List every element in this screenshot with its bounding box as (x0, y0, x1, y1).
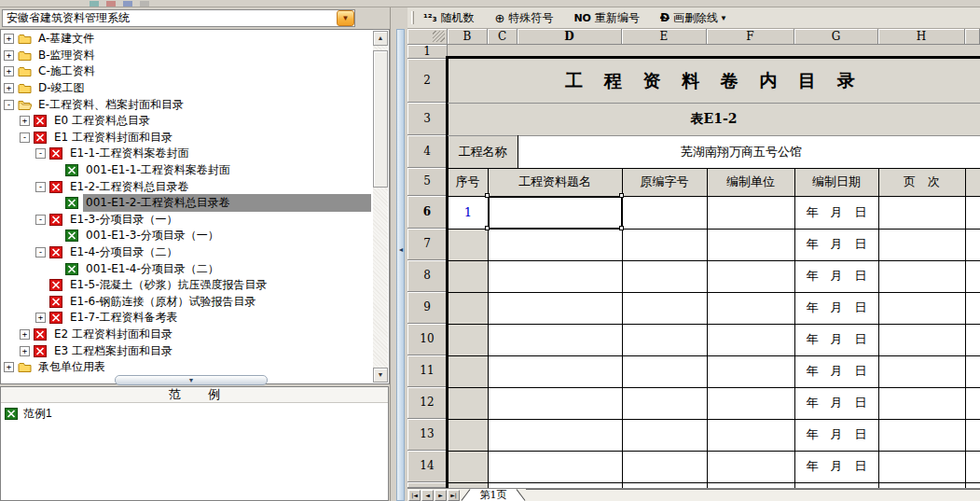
first-sheet-button[interactable]: |◄ (408, 490, 421, 501)
tree-scrollbar[interactable]: ▲ ▼ (373, 31, 388, 383)
tree-item[interactable]: +D-竣工图 (1, 80, 373, 97)
strikeline-button[interactable]: Đ 画删除线 ▼ (656, 8, 731, 27)
row-header-13[interactable]: 13 (407, 419, 448, 451)
tree-item-selected[interactable]: 001-E1-2-工程资料总目录卷 (1, 195, 373, 212)
combobox-dropdown-button[interactable]: ▼ (337, 10, 354, 26)
row-header-9[interactable]: 9 (407, 292, 448, 324)
index-cell-1[interactable]: 1 (449, 196, 488, 229)
splitter-collapse-bar[interactable]: ◄ (396, 29, 405, 501)
tree-item[interactable]: +C-施工资料 (1, 63, 373, 80)
row-header-14[interactable]: 14 (407, 451, 448, 482)
example-item[interactable]: 范例1 (1, 403, 388, 424)
scroll-up-button[interactable]: ▲ (373, 31, 388, 46)
grid-corner-cell[interactable] (407, 29, 448, 45)
tree-item[interactable]: +A-基建文件 (1, 31, 373, 48)
row-header-4[interactable]: 4 (407, 135, 448, 168)
panel-collapse-button[interactable]: ▼ (115, 375, 268, 385)
tree-item[interactable]: -E-工程资料、档案封面和目录 (1, 96, 373, 113)
tree-expander[interactable]: - (35, 215, 46, 225)
last-sheet-button[interactable]: ►| (448, 490, 460, 501)
selection-handle[interactable] (485, 226, 490, 230)
tree-item[interactable]: +E2 工程资料封面和目录 (1, 327, 373, 343)
header-cell-index[interactable]: 序号 (448, 168, 488, 196)
tree-item[interactable]: -E1-1-工程资料案卷封面 (1, 146, 373, 162)
tree-item[interactable]: +E3 工程档案封面和目录 (1, 342, 373, 359)
tree-item[interactable]: 001-E1-1-工程资料案卷封面 (1, 162, 373, 179)
column-header-H[interactable]: H (878, 29, 965, 45)
column-header-D[interactable]: D (518, 29, 622, 45)
selection-handle[interactable] (485, 193, 490, 198)
row-header-7[interactable]: 7 (407, 229, 448, 260)
column-header-E[interactable]: E (622, 29, 707, 45)
date-cell[interactable]: 年 月 日 (794, 355, 878, 387)
tree-item[interactable]: 001-E1-4-分项目录（二） (1, 260, 373, 277)
date-cell[interactable]: 年 月 日 (794, 229, 878, 260)
tree-expander[interactable]: + (4, 66, 14, 77)
scroll-down-button[interactable]: ▼ (373, 368, 388, 383)
selected-cell[interactable] (488, 196, 623, 230)
tree-item[interactable]: -E1-4-分项目录（二） (1, 244, 373, 261)
column-header-G[interactable]: G (794, 29, 878, 45)
tree-expander[interactable]: - (35, 247, 46, 257)
project-name-label-cell[interactable]: 工程名称 (448, 135, 518, 168)
tree-expander[interactable]: + (4, 362, 14, 372)
row-header-5[interactable]: 5 (407, 168, 448, 196)
vertical-splitter[interactable]: ◄ (390, 7, 407, 501)
tree-expander[interactable]: - (4, 100, 14, 110)
template-set-combobox[interactable]: 安徽省建筑资料管理系统 (2, 9, 355, 27)
tree-expander[interactable]: + (20, 116, 30, 126)
tree-expander[interactable]: + (4, 50, 14, 61)
date-cell[interactable]: 年 月 日 (794, 451, 878, 482)
tree-item[interactable]: +E1-7-工程资料备考表 (1, 310, 373, 327)
prev-sheet-button[interactable]: ◄ (421, 490, 434, 501)
tree-item[interactable]: +承包单位用表 (1, 359, 373, 376)
tree-expander[interactable]: + (4, 34, 14, 44)
project-name-value-cell[interactable]: 芜湖南翔万商五号公馆 (518, 135, 965, 168)
tree-item[interactable]: -E1 工程资料封面和目录 (1, 130, 373, 146)
random-number-button[interactable]: ¹²₃ 随机数 (420, 8, 477, 27)
row-header-1[interactable]: 1 (407, 45, 448, 59)
selection-handle[interactable] (619, 193, 624, 198)
tree-item[interactable]: 001-E1-3-分项目录（一） (1, 228, 373, 244)
row-header-6[interactable]: 6 (407, 196, 448, 229)
tree-item[interactable]: -E1-3-分项目录（一） (1, 212, 373, 229)
tree-item[interactable]: +E0 工程资料总目录 (1, 113, 373, 130)
row-header-3[interactable]: 3 (407, 103, 448, 135)
header-cell-original-number[interactable]: 原编字号 (622, 168, 707, 196)
row-header-12[interactable]: 12 (407, 387, 448, 419)
row-header-11[interactable]: 11 (407, 355, 448, 387)
tree-expander[interactable]: + (20, 346, 30, 356)
column-header-partial[interactable] (965, 29, 980, 45)
date-cell[interactable]: 年 月 日 (794, 196, 878, 229)
scrollbar-thumb[interactable] (373, 50, 388, 188)
row-header-10[interactable]: 10 (407, 324, 448, 355)
header-cell-compile-date[interactable]: 编制日期 (794, 168, 878, 196)
toolbar-grip[interactable] (411, 11, 414, 24)
header-cell-compile-unit[interactable]: 编制单位 (707, 168, 794, 196)
tree-expander[interactable]: - (35, 182, 46, 192)
selection-handle[interactable] (619, 226, 624, 230)
column-header-F[interactable]: F (707, 29, 794, 45)
tree-item[interactable]: E1-6-钢筋连接（原材）试验报告目录 (1, 294, 373, 311)
date-cell[interactable]: 年 月 日 (794, 387, 878, 419)
renumber-button[interactable]: NO 重新编号 (570, 8, 643, 27)
column-header-B[interactable]: B (448, 29, 488, 45)
tree-expander[interactable]: + (4, 83, 14, 93)
column-header-C[interactable]: C (488, 29, 518, 45)
tree-expander[interactable]: - (20, 132, 30, 143)
date-cell[interactable]: 年 月 日 (794, 292, 878, 324)
special-symbols-button[interactable]: ⊕ 特殊符号 (490, 8, 557, 27)
tree-expander[interactable]: + (35, 313, 46, 323)
date-cell[interactable]: 年 月 日 (794, 324, 878, 355)
row-header-2[interactable]: 2 (407, 59, 448, 103)
row-header-8[interactable]: 8 (407, 260, 448, 292)
dropdown-arrow-icon[interactable]: ▼ (720, 14, 727, 22)
tree-item[interactable]: -E1-2-工程资料总目录卷 (1, 178, 373, 195)
tree-item[interactable]: E1-5-混凝土（砂浆）抗压强度报告目录 (1, 277, 373, 294)
header-cell-doc-title[interactable]: 工程资料题名 (488, 168, 622, 196)
date-cell[interactable]: 年 月 日 (794, 260, 878, 292)
header-cell-page[interactable]: 页 次 (878, 168, 965, 196)
tree-item[interactable]: +B-监理资料 (1, 48, 373, 64)
tree-expander[interactable]: - (35, 148, 46, 159)
date-cell[interactable]: 年 月 日 (794, 419, 878, 451)
